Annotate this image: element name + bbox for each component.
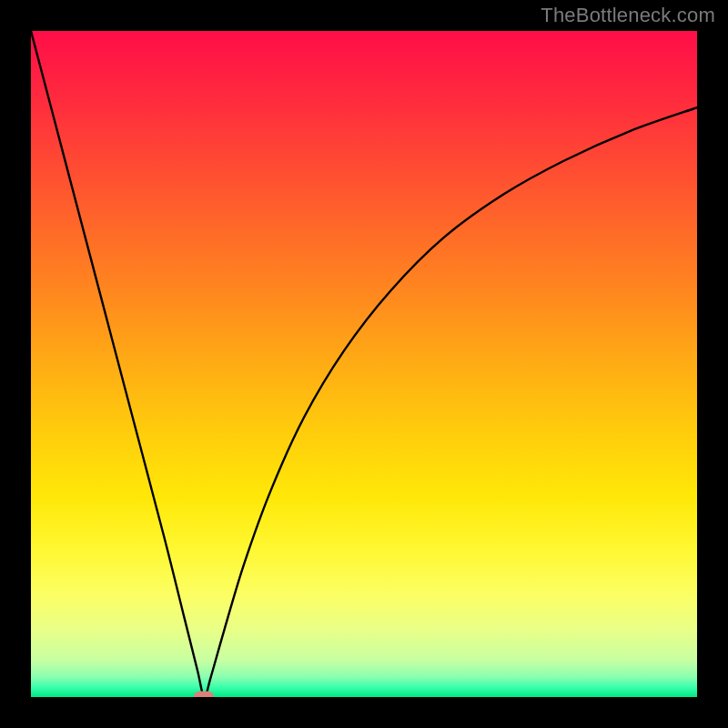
chart-root: TheBottleneck.com xyxy=(0,0,728,728)
gradient-background xyxy=(31,31,697,697)
minimum-marker xyxy=(194,692,214,698)
plot-area xyxy=(31,31,697,697)
plot-svg xyxy=(31,31,697,697)
watermark-text: TheBottleneck.com xyxy=(541,4,715,27)
